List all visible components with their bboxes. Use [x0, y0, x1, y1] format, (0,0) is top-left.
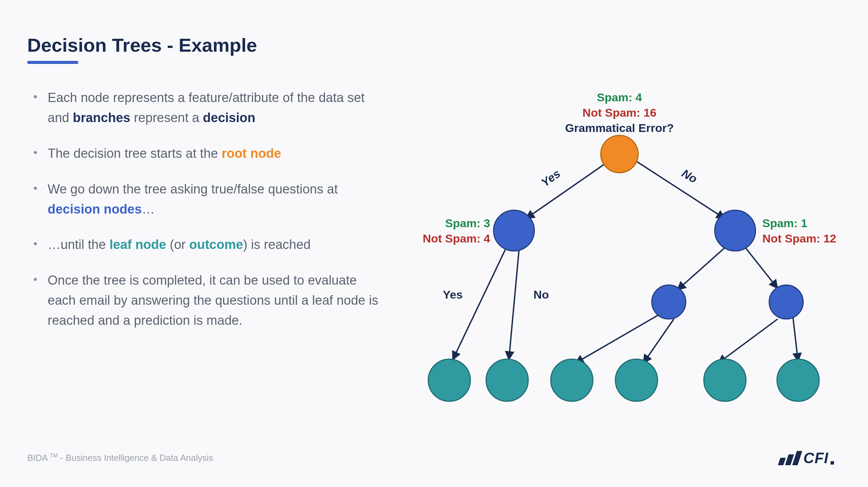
- logo-text: CFI: [803, 450, 829, 467]
- edge-right-dec2: [746, 248, 778, 288]
- bullet-item: Once the tree is completed, it can be us…: [27, 270, 384, 331]
- tree-svg: Spam: 4 Not Spam: 16 Grammatical Error? …: [398, 88, 841, 428]
- bullet-text: …until the: [48, 237, 110, 252]
- edge-label-yes: Yes: [539, 167, 562, 189]
- leaf-node-6: [777, 359, 819, 401]
- footer-tm: TM: [50, 453, 58, 458]
- bullet-text: (or: [166, 237, 189, 252]
- bullet-text: We go down the tree asking true/false qu…: [48, 182, 338, 196]
- bullet-strong: branches: [73, 111, 130, 125]
- leaf-node-2: [486, 359, 528, 401]
- decision-node-sub-left: [652, 285, 686, 319]
- leaf-node-3: [551, 359, 593, 401]
- footer: BIDA TM - Business Intelligence & Data A…: [27, 453, 213, 463]
- bullet-highlight-outcome: outcome: [189, 237, 243, 252]
- edge-label-no: No: [679, 167, 699, 186]
- bullet-text: The decision tree starts at the: [48, 146, 222, 161]
- bullet-highlight-decision: decision nodes: [48, 202, 142, 216]
- bullet-text: Once the tree is completed, it can be us…: [48, 273, 378, 328]
- edge-left-leaf2: [509, 249, 519, 360]
- edge-root-right: [633, 159, 725, 219]
- decision-node-left: [494, 210, 535, 251]
- bullet-item: We go down the tree asking true/false qu…: [27, 179, 384, 219]
- bullets-column: Each node represents a feature/attribute…: [27, 88, 384, 428]
- root-node: [601, 135, 638, 173]
- bullet-item: …until the leaf node (or outcome) is rea…: [27, 235, 384, 255]
- decision-node-sub-right: [769, 285, 803, 319]
- leaf-node-5: [704, 359, 746, 401]
- edge-dec1-leaf3: [575, 314, 660, 363]
- edge-dec2-leaf6: [793, 317, 798, 362]
- root-spam-label: Spam: 4: [597, 91, 642, 104]
- bullet-list: Each node represents a feature/attribute…: [27, 88, 384, 331]
- bullet-item: The decision tree starts at the root nod…: [27, 144, 384, 164]
- edge-dec2-leaf5: [718, 319, 778, 363]
- edge-right-dec1: [677, 248, 725, 290]
- bullet-text: represent a: [130, 111, 203, 125]
- edge-dec1-leaf4: [643, 319, 674, 363]
- logo-dot-icon: [831, 461, 834, 465]
- decision-node-right: [715, 210, 756, 251]
- tree-diagram: Spam: 4 Not Spam: 16 Grammatical Error? …: [398, 88, 841, 428]
- logo-bars-icon: [778, 451, 802, 465]
- bullet-strong: decision: [203, 111, 255, 125]
- left-spam-label: Spam: 3: [445, 217, 490, 230]
- footer-rest: - Business Intelligence & Data Analysis: [60, 453, 213, 463]
- content-row: Each node represents a feature/attribute…: [27, 88, 841, 428]
- bullet-item: Each node represents a feature/attribute…: [27, 88, 384, 128]
- bullet-highlight-root: root node: [222, 146, 281, 161]
- left-notspam-label: Not Spam: 4: [423, 232, 490, 245]
- edge-label-no-2: No: [534, 288, 549, 301]
- leaf-node-1: [428, 359, 471, 401]
- root-notspam-label: Not Spam: 16: [583, 106, 656, 119]
- right-notspam-label: Not Spam: 12: [763, 232, 836, 245]
- bullet-text: …: [142, 202, 155, 216]
- slide: Decision Trees - Example Each node repre…: [0, 0, 868, 487]
- leaf-node-4: [616, 359, 658, 401]
- edge-left-leaf1: [453, 249, 506, 360]
- cfi-logo: CFI: [780, 450, 834, 467]
- edge-label-yes-2: Yes: [443, 288, 463, 301]
- right-spam-label: Spam: 1: [763, 217, 807, 230]
- root-question: Grammatical Error?: [565, 121, 674, 134]
- bullet-highlight-leaf: leaf node: [110, 237, 166, 252]
- slide-title: Decision Trees - Example: [27, 34, 841, 56]
- title-underline: [27, 61, 78, 64]
- footer-prefix: BIDA: [27, 453, 47, 463]
- bullet-text: ) is reached: [243, 237, 311, 252]
- edge-root-left: [526, 161, 609, 219]
